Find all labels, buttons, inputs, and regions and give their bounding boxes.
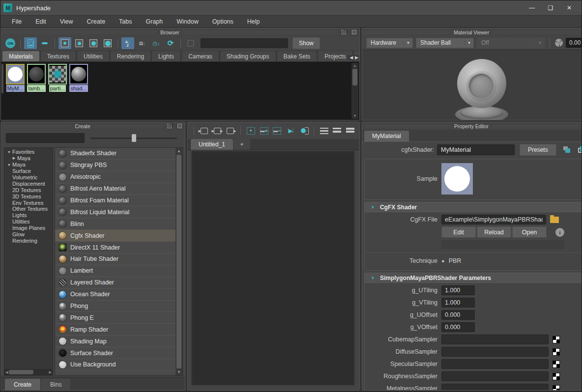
node-list-item[interactable]: Cgfx Shader (55, 230, 175, 242)
material-swatch[interactable]: MyM... (6, 64, 25, 94)
tree-horizontal-scrollbar[interactable]: ◀ ▶ (4, 369, 53, 375)
scroll-up-icon[interactable]: ▲ (353, 63, 357, 69)
parameter-value-field[interactable] (441, 298, 475, 308)
float-panel-icon[interactable] (166, 123, 173, 129)
layout-simple-button[interactable] (319, 125, 329, 136)
rearrange-graph-button[interactable]: ⁞▶⁞ (285, 125, 295, 136)
node-graph-canvas[interactable] (192, 151, 354, 385)
browser-tab[interactable]: Lights (151, 51, 181, 61)
tree-item[interactable]: Utilities (4, 219, 53, 225)
node-list-scrollbar[interactable]: ▲ ▼ (175, 148, 182, 375)
exposure-icon[interactable] (555, 39, 563, 47)
tree-item[interactable]: Other Textures (4, 206, 53, 212)
tab-scroll-arrows[interactable]: ◀▶ (348, 55, 358, 60)
menu-item[interactable]: Help (241, 17, 266, 27)
swatch-size-small-button[interactable] (58, 37, 71, 49)
clear-graph-button[interactable]: ✦ (246, 125, 256, 136)
layout-full-button[interactable] (345, 125, 355, 136)
graph-input-connections-button[interactable]: ▶ (199, 125, 209, 136)
texture-map-icon[interactable] (553, 361, 560, 368)
material-preview-viewport[interactable] (362, 50, 582, 120)
menu-item[interactable]: Window (170, 17, 204, 27)
swatch-size-medium-button[interactable] (73, 37, 86, 49)
tree-item[interactable]: Volumetric (4, 174, 53, 181)
node-list-item[interactable]: Surface Shader (55, 347, 175, 359)
node-list-item[interactable]: Bifrost Foam Material (55, 195, 175, 207)
scroll-right-icon[interactable]: ▶ (49, 370, 52, 374)
tree-item[interactable]: 2D Textures (4, 187, 53, 193)
material-sample-swatch[interactable] (441, 163, 473, 195)
scroll-down-icon[interactable]: ▼ (177, 369, 181, 375)
node-list-item[interactable]: Ocean Shader (55, 289, 175, 301)
tree-expand-icon[interactable]: ▶ (11, 156, 17, 160)
tree-item[interactable]: Rendering (4, 237, 53, 244)
menu-item[interactable]: View (54, 17, 80, 27)
renderer-dropdown[interactable]: Hardware ▼ (366, 38, 413, 48)
filters-on-toggle[interactable]: ON (4, 37, 17, 49)
menu-item[interactable]: Options (206, 17, 240, 27)
browser-search-input[interactable] (201, 38, 288, 48)
material-swatch[interactable]: lamb... (27, 64, 46, 94)
node-list-item[interactable]: Hair Tube Shader (55, 253, 175, 265)
sampler-path-field[interactable] (441, 384, 549, 390)
node-list-item[interactable]: Phong E (55, 312, 175, 324)
tree-item[interactable]: Glow (4, 231, 53, 238)
browser-tab[interactable]: Rendering (110, 51, 151, 61)
tree-expand-icon[interactable]: ▼ (6, 150, 12, 154)
sampler-path-field[interactable] (441, 347, 549, 357)
left-scrollbar[interactable] (1, 64, 3, 93)
parameter-value-field[interactable] (441, 322, 475, 332)
refresh-swatches-button[interactable]: ⟳ (164, 37, 177, 49)
create-search-input[interactable] (6, 133, 85, 143)
node-list-item[interactable]: Bifrost Liquid Material (55, 206, 175, 218)
node-list-item[interactable]: Anisotropic (55, 171, 175, 183)
close-panel-icon[interactable]: ✕ (176, 123, 183, 129)
tab-scroll-right-icon[interactable]: ▶ (355, 55, 358, 60)
menu-item[interactable]: Tabs (113, 17, 138, 27)
scroll-left-icon[interactable]: ◀ (5, 370, 8, 374)
sampler-path-field[interactable] (441, 371, 549, 381)
node-list-item[interactable]: Stingray PBS (55, 160, 175, 171)
browser-tab[interactable]: Utilities (77, 51, 110, 61)
presets-button[interactable]: Presets (520, 144, 556, 156)
show-in-attribute-editor-icon[interactable] (578, 146, 582, 153)
icon-size-slider[interactable] (90, 133, 180, 143)
bottom-tab[interactable]: Create (5, 379, 40, 390)
add-selected-to-graph-button[interactable]: ▬+ (259, 125, 269, 136)
browser-tab[interactable]: Cameras (181, 51, 219, 61)
menu-item[interactable]: Edit (29, 17, 53, 27)
swatch-size-large-button[interactable] (87, 37, 100, 49)
graph-output-connections-button[interactable]: ▶ (225, 125, 235, 136)
tree-item[interactable]: Lights (4, 212, 53, 219)
cgfx-action-button[interactable]: Open (512, 226, 547, 238)
swatch-size-xlarge-button[interactable] (101, 37, 114, 49)
cgfx-file-field[interactable] (441, 215, 546, 224)
node-list-item[interactable]: Phong (55, 301, 175, 312)
show-button[interactable]: Show (292, 37, 320, 49)
tree-item[interactable]: 3D Textures (4, 193, 53, 199)
cgfx-action-button[interactable]: Edit (441, 226, 476, 238)
swatch-scrollbar[interactable]: ▲ ▼ (351, 63, 358, 119)
scroll-thumb[interactable] (352, 69, 357, 85)
minimize-button[interactable]: — (523, 1, 541, 14)
browser-tab[interactable]: Textures (40, 51, 76, 61)
float-panel-icon[interactable] (341, 29, 347, 35)
remove-selected-from-graph-button[interactable]: ▬− (272, 125, 283, 136)
menu-item[interactable]: Create (81, 17, 112, 27)
cgfx-section-header[interactable]: ▼ CgFX Shader (364, 202, 582, 212)
scroll-down-icon[interactable]: ▼ (353, 113, 357, 119)
node-list-item[interactable]: Blinn (55, 218, 175, 230)
browse-folder-icon[interactable] (550, 217, 559, 223)
bottom-tab[interactable]: Bins (41, 379, 70, 390)
info-icon[interactable]: i (555, 228, 564, 237)
node-list-item[interactable]: Bifrost Aero Material (55, 183, 175, 195)
parameter-value-field[interactable] (441, 310, 475, 320)
node-list-item[interactable]: Ramp Shader (55, 324, 175, 336)
material-swatch[interactable]: shad... (69, 64, 88, 94)
node-list-item[interactable]: Lambert (55, 265, 175, 277)
texture-map-icon[interactable] (553, 336, 560, 343)
browser-tab[interactable]: Bake Sets (277, 51, 318, 61)
material-swatch[interactable]: parti... (48, 64, 67, 94)
menu-item[interactable]: File (5, 17, 28, 27)
sort-by-type-button[interactable]: ▤↓ (136, 37, 148, 49)
